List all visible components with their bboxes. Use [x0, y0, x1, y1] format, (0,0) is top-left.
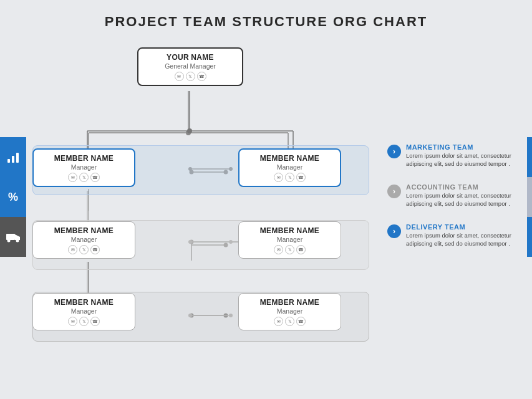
chevron-icon-accounting: › — [387, 185, 401, 198]
phone-icon: ☎ — [296, 245, 306, 254]
chevron-icon-delivery: › — [387, 224, 401, 238]
row2-right-node: MEMBER NAME Manager ✉ 𝕏 ☎ — [238, 221, 341, 259]
left-sidebar: % — [0, 137, 26, 257]
svg-point-31 — [187, 128, 192, 133]
svg-point-11 — [186, 130, 191, 135]
email-icon: ✉ — [274, 317, 283, 326]
delivery-info-text: DELIVERY TEAM Lorem ipsum dolor sit amet… — [406, 223, 521, 248]
top-node-role: General Manager — [146, 62, 235, 70]
twitter-icon: 𝕏 — [79, 245, 89, 254]
row2-right-role: Manager — [246, 236, 333, 243]
row3-right-icons: ✉ 𝕏 ☎ — [246, 317, 333, 326]
top-node: YOUR NAME General Manager ✉ 𝕏 ☎ — [137, 47, 243, 86]
page-title: PROJECT TEAM STRUCTURE ORG CHART — [0, 0, 532, 36]
right-sidebar — [527, 137, 532, 257]
row2-left-icons: ✉ 𝕏 ☎ — [41, 245, 127, 254]
accounting-desc: Lorem ipsum dolor sit amet, consectetur … — [406, 191, 521, 208]
org-chart: YOUR NAME General Manager ✉ 𝕏 ☎ MEMBER N… — [26, 36, 379, 373]
info-panels: › MARKETING TEAM Lorem ipsum dolor sit a… — [381, 137, 525, 257]
row3-left-node: MEMBER NAME Manager ✉ 𝕏 ☎ — [32, 293, 135, 330]
row2-left-role: Manager — [41, 236, 127, 243]
twitter-icon: 𝕏 — [186, 72, 195, 81]
top-node-icons: ✉ 𝕏 ☎ — [146, 72, 235, 81]
row1-right-icons: ✉ 𝕏 ☎ — [247, 173, 332, 182]
right-bar-light — [527, 177, 532, 217]
twitter-icon: 𝕏 — [79, 173, 89, 182]
email-icon: ✉ — [175, 72, 184, 81]
phone-icon: ☎ — [197, 72, 206, 81]
twitter-icon: 𝕏 — [285, 317, 294, 326]
phone-icon: ☎ — [90, 173, 100, 182]
right-bar-blue — [527, 137, 532, 177]
sidebar-icon-chart — [0, 137, 26, 177]
info-panel-accounting: › ACCOUNTING TEAM Lorem ipsum dolor sit … — [381, 177, 525, 217]
row3-left-role: Manager — [41, 307, 127, 315]
row1-left-icons: ✉ 𝕏 ☎ — [41, 173, 127, 182]
accounting-info-text: ACCOUNTING TEAM Lorem ipsum dolor sit am… — [406, 183, 521, 208]
row1-left-role: Manager — [41, 163, 127, 171]
row1-right-role: Manager — [247, 163, 332, 171]
email-icon: ✉ — [274, 245, 283, 254]
row3-left-icons: ✉ 𝕏 ☎ — [41, 317, 127, 326]
svg-point-6 — [16, 239, 19, 243]
svg-rect-0 — [7, 159, 10, 163]
email-icon: ✉ — [68, 245, 77, 254]
row1-right-node: MEMBER NAME Manager ✉ 𝕏 ☎ — [238, 148, 341, 187]
svg-point-5 — [7, 239, 11, 243]
svg-rect-2 — [16, 153, 19, 163]
marketing-info-text: MARKETING TEAM Lorem ipsum dolor sit ame… — [406, 143, 521, 168]
phone-icon: ☎ — [296, 173, 306, 182]
svg-rect-3 — [6, 234, 15, 240]
marketing-desc: Lorem ipsum dolor sit amet, consectetur … — [406, 151, 521, 168]
row2-right-icons: ✉ 𝕏 ☎ — [246, 245, 333, 254]
row3-right-role: Manager — [246, 307, 333, 315]
row3-right-node: MEMBER NAME Manager ✉ 𝕏 ☎ — [238, 293, 341, 330]
info-panel-delivery: › DELIVERY TEAM Lorem ipsum dolor sit am… — [381, 217, 525, 257]
twitter-icon: 𝕏 — [79, 317, 89, 326]
top-node-name: YOUR NAME — [146, 53, 235, 62]
row2-left-node: MEMBER NAME Manager ✉ 𝕏 ☎ — [32, 221, 135, 259]
phone-icon: ☎ — [90, 245, 100, 254]
phone-icon: ☎ — [296, 317, 306, 326]
email-icon: ✉ — [274, 173, 283, 182]
info-panel-marketing: › MARKETING TEAM Lorem ipsum dolor sit a… — [381, 137, 525, 177]
row1-left-node: MEMBER NAME Manager ✉ 𝕏 ☎ — [32, 148, 135, 187]
accounting-team-name: ACCOUNTING TEAM — [406, 183, 521, 191]
sidebar-icon-delivery — [0, 217, 26, 257]
chevron-icon-marketing: › — [387, 145, 401, 158]
email-icon: ✉ — [68, 173, 77, 182]
marketing-team-name: MARKETING TEAM — [406, 143, 521, 151]
phone-icon: ☎ — [90, 317, 100, 326]
delivery-desc: Lorem ipsum dolor sit amet, consectetur … — [406, 231, 521, 248]
email-icon: ✉ — [68, 317, 77, 326]
right-bar-dark — [527, 217, 532, 257]
delivery-team-name: DELIVERY TEAM — [406, 223, 521, 231]
twitter-icon: 𝕏 — [285, 173, 294, 182]
svg-rect-1 — [12, 156, 14, 163]
sidebar-icon-percent: % — [0, 177, 26, 217]
twitter-icon: 𝕏 — [285, 245, 294, 254]
